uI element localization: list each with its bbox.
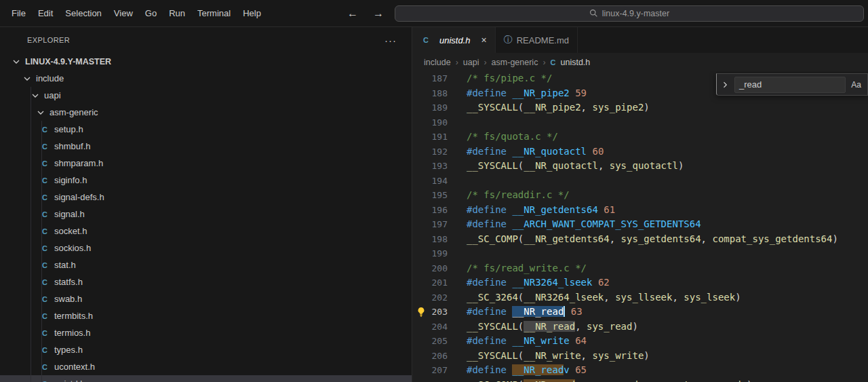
code-line-195[interactable]: 195/* fs/readdir.c */ (412, 188, 868, 203)
code-token: 61 (604, 204, 615, 215)
line-number[interactable]: 202 (430, 290, 448, 305)
code-line-204[interactable]: 204__SYSCALL(__NR_read, sys_read) (412, 320, 868, 335)
line-text: __SC_3264(__NR3264_lseek, sys_llseek, sy… (448, 290, 741, 305)
forward-button[interactable]: → (373, 7, 384, 20)
line-number[interactable]: 208 (430, 378, 448, 382)
line-number[interactable]: 201 (430, 275, 448, 290)
back-button[interactable]: ← (347, 7, 358, 20)
tree-file-unistd.h[interactable]: Cunistd.h (0, 375, 412, 382)
tree-item-label: shmbuf.h (54, 141, 90, 151)
line-number[interactable]: 191 (430, 130, 448, 145)
code-line-207[interactable]: 207#define __NR_readv 65 (412, 363, 868, 378)
code-line-203[interactable]: 203#define __NR_read 63 (412, 305, 868, 320)
menu-item-file[interactable]: File (5, 0, 32, 26)
line-number[interactable]: 189 (430, 100, 448, 115)
line-number[interactable]: 194 (430, 174, 448, 189)
code-token: ) (747, 379, 752, 382)
line-number[interactable]: 198 (430, 232, 448, 247)
code-line-190[interactable]: 190 (412, 115, 868, 130)
line-number[interactable]: 188 (430, 86, 448, 101)
line-text: /* fs/read_write.c */ (448, 261, 587, 276)
code-line-198[interactable]: 198__SC_COMP(__NR_getdents64, sys_getden… (412, 232, 868, 247)
tab-unistd-h[interactable]: C unistd.h × (412, 27, 496, 53)
breadcrumb-file[interactable]: unistd.h (561, 58, 591, 67)
glyph-margin (412, 71, 430, 86)
tree-folder-include[interactable]: include (0, 70, 412, 87)
tree-file-types.h[interactable]: Ctypes.h (0, 341, 412, 358)
menu-item-terminal[interactable]: Terminal (191, 0, 237, 26)
code-editor[interactable]: 187/* fs/pipe.c */188#define __NR_pipe2 … (412, 71, 868, 382)
line-text (448, 115, 467, 130)
menu-item-go[interactable]: Go (139, 0, 163, 26)
tree-file-ucontext.h[interactable]: Cucontext.h (0, 358, 412, 375)
lightbulb-icon[interactable] (416, 307, 426, 318)
tree-file-socket.h[interactable]: Csocket.h (0, 223, 412, 240)
line-number[interactable]: 200 (430, 261, 448, 276)
tree-file-siginfo.h[interactable]: Csiginfo.h (0, 172, 412, 189)
tree-file-signal-defs.h[interactable]: Csignal-defs.h (0, 189, 412, 206)
code-line-206[interactable]: 206__SYSCALL(__NR_write, sys_write) (412, 349, 868, 364)
find-input[interactable]: _read (734, 77, 846, 93)
more-actions-icon[interactable]: ··· (384, 35, 397, 46)
tree-file-swab.h[interactable]: Cswab.h (0, 290, 412, 307)
line-number[interactable]: 195 (430, 188, 448, 203)
code-line-197[interactable]: 197#define __ARCH_WANT_COMPAT_SYS_GETDEN… (412, 217, 868, 232)
code-line-192[interactable]: 192#define __NR_quotactl 60 (412, 145, 868, 159)
toggle-replace-icon[interactable] (721, 81, 729, 89)
code-line-200[interactable]: 200/* fs/read_write.c */ (412, 261, 868, 276)
close-icon[interactable]: × (481, 35, 487, 45)
code-line-201[interactable]: 201#define __NR3264_lseek 62 (412, 275, 868, 290)
breadcrumb-item-uapi[interactable]: uapi (463, 58, 479, 67)
tree-item-label: termios.h (54, 328, 90, 338)
line-number[interactable]: 193 (430, 159, 448, 174)
command-center-search[interactable]: linux-4.9.y-master (395, 5, 864, 22)
tree-file-shmbuf.h[interactable]: Cshmbuf.h (0, 138, 412, 155)
line-number[interactable]: 205 (430, 334, 448, 349)
indent-guide (31, 87, 31, 382)
menu-item-view[interactable]: View (108, 0, 139, 26)
menu-item-edit[interactable]: Edit (32, 0, 59, 26)
line-number[interactable]: 203 (430, 305, 448, 320)
tree-file-termios.h[interactable]: Ctermios.h (0, 324, 412, 341)
tree-file-setup.h[interactable]: Csetup.h (0, 121, 412, 138)
menu-item-selection[interactable]: Selection (59, 0, 107, 26)
breadcrumb-item-include[interactable]: include (424, 58, 451, 67)
code-line-193[interactable]: 193__SYSCALL(__NR_quotactl, sys_quotactl… (412, 159, 868, 174)
code-line-202[interactable]: 202__SC_3264(__NR3264_lseek, sys_llseek,… (412, 290, 868, 305)
tree-file-stat.h[interactable]: Cstat.h (0, 256, 412, 273)
tree-item-label: statfs.h (54, 277, 83, 287)
line-number[interactable]: 192 (430, 145, 448, 159)
tree-file-sockios.h[interactable]: Csockios.h (0, 240, 412, 256)
line-number[interactable]: 206 (430, 349, 448, 364)
line-number[interactable]: 197 (430, 217, 448, 232)
line-number[interactable]: 207 (430, 363, 448, 378)
breadcrumb-item-asm-generic[interactable]: asm-generic (492, 58, 538, 67)
line-number[interactable]: 187 (430, 71, 448, 86)
tree-file-termbits.h[interactable]: Ctermbits.h (0, 307, 412, 324)
tree-file-statfs.h[interactable]: Cstatfs.h (0, 273, 412, 290)
tab-readme-md[interactable]: ⓘ README.md (496, 27, 578, 53)
line-number[interactable]: 204 (430, 320, 448, 335)
code-line-196[interactable]: 196#define __NR_getdents64 61 (412, 203, 868, 218)
glyph-margin (412, 305, 430, 320)
line-number[interactable]: 196 (430, 203, 448, 218)
tree-item-label: ucontext.h (54, 362, 95, 372)
line-number[interactable]: 190 (430, 115, 448, 130)
code-line-205[interactable]: 205#define __NR_write 64 (412, 334, 868, 349)
menu-bar: FileEditSelectionViewGoRunTerminalHelp (5, 0, 267, 26)
tree-file-shmparam.h[interactable]: Cshmparam.h (0, 155, 412, 172)
tree-file-signal.h[interactable]: Csignal.h (0, 206, 412, 223)
menu-item-help[interactable]: Help (237, 0, 267, 26)
code-line-208[interactable]: 208__SC_COMP(__NR_readv, sys_readv, comp… (412, 378, 868, 382)
tree-folder-linux-4.9.y-master[interactable]: LINUX-4.9.Y-MASTER (0, 53, 412, 70)
line-number[interactable]: 199 (430, 246, 448, 261)
match-case-button[interactable]: Aa (851, 80, 861, 90)
code-line-199[interactable]: 199 (412, 246, 868, 261)
menu-item-run[interactable]: Run (163, 0, 191, 26)
code-line-191[interactable]: 191/* fs/quota.c */ (412, 130, 868, 145)
code-line-189[interactable]: 189__SYSCALL(__NR_pipe2, sys_pipe2) (412, 100, 868, 115)
tree-folder-asm-generic[interactable]: asm-generic (0, 104, 412, 121)
info-icon: ⓘ (504, 34, 513, 46)
tree-folder-uapi[interactable]: uapi (0, 87, 412, 104)
code-line-194[interactable]: 194 (412, 174, 868, 189)
